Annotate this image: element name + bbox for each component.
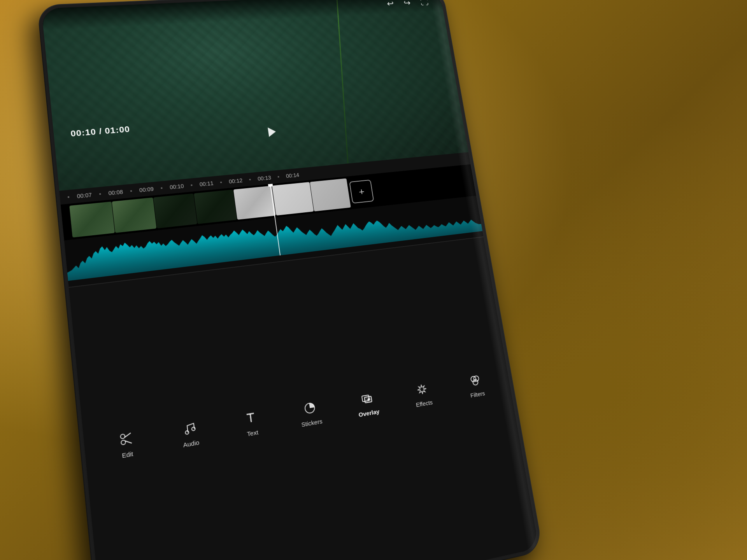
tool-filters[interactable]: Filters xyxy=(460,372,492,400)
tc-dot xyxy=(220,181,222,183)
tc-dot xyxy=(161,187,163,189)
thumb-3 xyxy=(153,193,197,228)
tool-overlay-label: Overlay xyxy=(358,408,380,418)
thumb-1 xyxy=(69,201,115,237)
play-button[interactable] xyxy=(260,122,282,142)
tc-mark-09: 00:09 xyxy=(139,186,154,193)
thumb-2 xyxy=(112,198,156,233)
tool-text-label: Text xyxy=(247,429,259,438)
text-icon xyxy=(244,411,258,427)
tc-dot xyxy=(249,178,251,180)
fullscreen-button[interactable]: ⛶ xyxy=(420,0,429,7)
add-clip-button[interactable]: + xyxy=(349,180,374,204)
tc-mark-11: 00:11 xyxy=(199,180,214,187)
tc-mark-13: 00:13 xyxy=(257,174,271,182)
svg-point-5 xyxy=(191,427,195,431)
bottom-toolbar: Edit Audio xyxy=(69,237,537,560)
tool-stickers-label: Stickers xyxy=(301,418,323,428)
svg-line-7 xyxy=(247,413,254,415)
filters-icon xyxy=(469,374,482,389)
tc-mark-12: 00:12 xyxy=(228,177,243,184)
tool-filters-label: Filters xyxy=(470,390,486,399)
thumb-7 xyxy=(310,178,351,212)
tc-mark-08: 00:08 xyxy=(108,189,123,196)
play-triangle-icon xyxy=(268,127,277,137)
tc-mark-10: 00:10 xyxy=(169,183,184,190)
thumb-6 xyxy=(272,182,314,215)
effects-icon xyxy=(416,383,429,398)
tool-edit[interactable]: Edit xyxy=(108,430,145,461)
svg-point-0 xyxy=(120,434,125,439)
tc-dot xyxy=(191,184,193,186)
tc-dot xyxy=(68,196,70,198)
tc-dot xyxy=(130,190,132,192)
scissors-icon xyxy=(119,431,133,448)
undo-button[interactable]: ↩ xyxy=(386,0,395,9)
tool-edit-label: Edit xyxy=(121,450,133,459)
svg-point-4 xyxy=(185,430,189,434)
tc-dot xyxy=(99,193,101,194)
tool-stickers[interactable]: Stickers xyxy=(293,399,328,429)
overlay-icon xyxy=(360,392,374,407)
svg-line-2 xyxy=(124,433,131,438)
play-button-area[interactable] xyxy=(260,122,282,142)
thumb-4 xyxy=(194,189,237,224)
tool-audio-label: Audio xyxy=(183,439,200,449)
thumb-5 xyxy=(233,186,276,220)
tool-effects-label: Effects xyxy=(416,399,433,408)
tc-mark-14: 00:14 xyxy=(286,172,300,179)
tool-effects[interactable]: Effects xyxy=(407,381,439,410)
redo-button[interactable]: ↪ xyxy=(403,0,411,8)
tc-mark-07: 00:07 xyxy=(77,191,92,199)
tool-overlay[interactable]: Overlay xyxy=(351,390,385,419)
svg-line-6 xyxy=(250,414,251,422)
tc-dot xyxy=(278,176,279,177)
tool-audio[interactable]: Audio xyxy=(172,419,209,450)
sticker-icon xyxy=(303,401,317,417)
music-icon xyxy=(182,421,197,438)
tool-text[interactable]: Text xyxy=(234,409,269,439)
svg-line-3 xyxy=(125,440,132,444)
